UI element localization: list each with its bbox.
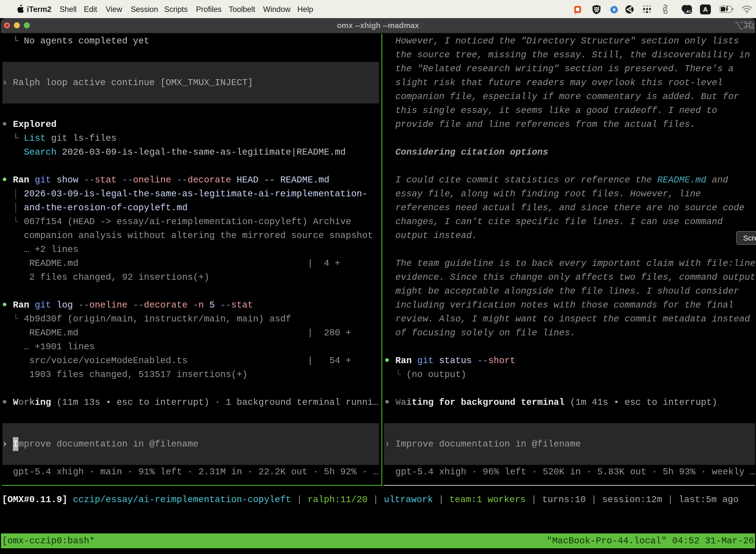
svg-text:A: A [703, 6, 708, 13]
svg-text:1: 1 [751, 22, 754, 31]
svg-text:..61: ..61 [685, 9, 691, 13]
